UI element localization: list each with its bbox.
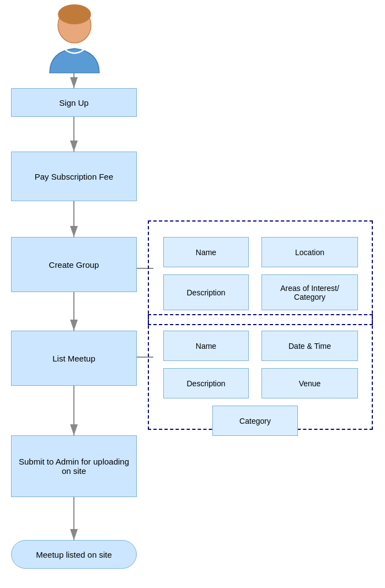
signup-box: Sign Up <box>11 88 137 117</box>
meetup-venue-box: Venue <box>261 368 358 398</box>
group-name-label: Name <box>196 248 216 257</box>
person-icon <box>39 4 110 73</box>
submit-admin-label: Submit to Admin for uploading on site <box>16 457 132 476</box>
meetup-listed-label: Meetup listed on site <box>36 550 112 559</box>
pay-label: Pay Subscription Fee <box>35 172 114 181</box>
meetup-category-label: Category <box>239 417 271 425</box>
meetup-name-box: Name <box>163 331 249 361</box>
meetup-datetime-label: Date & Time <box>288 342 331 350</box>
create-group-label: Create Group <box>49 260 99 269</box>
meetup-listed-box: Meetup listed on site <box>11 540 137 569</box>
meetup-datetime-box: Date & Time <box>261 331 358 361</box>
group-description-box: Description <box>163 274 249 310</box>
meetup-description-box: Description <box>163 368 249 398</box>
signup-label: Sign Up <box>59 98 88 107</box>
svg-point-11 <box>58 4 91 24</box>
pay-box: Pay Subscription Fee <box>11 152 137 201</box>
meetup-name-label: Name <box>196 342 216 350</box>
group-name-box: Name <box>163 237 249 267</box>
list-meetup-box: List Meetup <box>11 331 137 386</box>
group-areas-label: Areas of Interest/ Category <box>264 284 355 301</box>
diagram: Sign Up Pay Subscription Fee Create Grou… <box>0 0 385 588</box>
group-areas-box: Areas of Interest/ Category <box>261 274 358 310</box>
meetup-description-label: Description <box>186 379 225 388</box>
submit-admin-box: Submit to Admin for uploading on site <box>11 435 137 497</box>
list-meetup-label: List Meetup <box>52 354 95 363</box>
group-description-label: Description <box>186 288 225 297</box>
group-location-label: Location <box>295 248 324 257</box>
meetup-venue-label: Venue <box>299 379 321 388</box>
create-group-box: Create Group <box>11 237 137 292</box>
group-location-box: Location <box>261 237 358 267</box>
meetup-category-box: Category <box>212 406 298 436</box>
